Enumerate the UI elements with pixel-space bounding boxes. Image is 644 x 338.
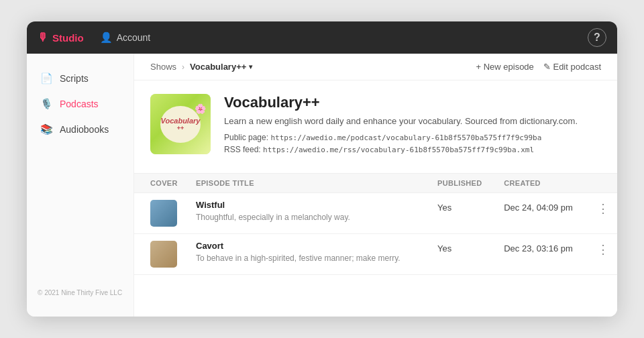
studio-label: Studio	[52, 32, 84, 44]
ep-published-cell: Yes	[429, 234, 496, 275]
episode-cover-1	[150, 241, 177, 268]
episode-title[interactable]: Wistful	[196, 200, 421, 210]
cover-flower-icon: 🌸	[195, 103, 206, 114]
sidebar-item-scripts[interactable]: 📄 Scripts	[27, 66, 133, 91]
table-header-row: COVER EPISODE TITLE PUBLISHED CREATED	[134, 174, 617, 193]
top-nav: 🎙 Studio 👤 Account ?	[27, 21, 617, 54]
episode-title[interactable]: Cavort	[196, 241, 421, 251]
table-row: Wistful Thoughtful, especially in a mela…	[134, 193, 617, 234]
help-button[interactable]: ?	[588, 28, 606, 47]
podcast-title: Vocabulary++	[224, 94, 601, 111]
footer-text: © 2021 Nine Thirty Five LLC	[38, 289, 122, 296]
rss-feed-url[interactable]: https://awedio.me/rss/vocabulary-61b8f55…	[263, 146, 534, 154]
sidebar-footer: © 2021 Nine Thirty Five LLC	[27, 281, 133, 304]
episode-created: Dec 24, 04:09 pm	[504, 200, 581, 213]
public-page-label: Public page:	[224, 133, 268, 142]
account-nav-item[interactable]: 👤 Account	[100, 32, 151, 44]
episode-description: Thoughtful, especially in a melancholy w…	[196, 212, 421, 223]
main-layout: 📄 Scripts 🎙️ Podcasts 📚 Audiobooks © 202…	[27, 54, 617, 317]
col-cover: COVER	[134, 174, 188, 193]
rss-feed-row: RSS feed: https://awedio.me/rss/vocabula…	[224, 145, 601, 154]
app-window: 🎙 Studio 👤 Account ? 📄 Scripts 🎙️ Podcas…	[27, 21, 617, 317]
public-page-url[interactable]: https://awedio.me/podcast/vocabulary-61b…	[270, 133, 541, 142]
episode-menu-button[interactable]: ⋮	[597, 200, 609, 216]
podcasts-icon: 🎙️	[40, 98, 53, 110]
rss-feed-label: RSS feed:	[224, 145, 261, 154]
scripts-icon: 📄	[40, 72, 53, 84]
cover-vocab-text: Vocabulary	[161, 117, 201, 125]
sidebar-podcasts-label: Podcasts	[60, 99, 99, 109]
sidebar-audiobooks-label: Audiobooks	[60, 124, 109, 135]
sidebar: 📄 Scripts 🎙️ Podcasts 📚 Audiobooks © 202…	[27, 54, 134, 317]
podcast-description: Learn a new english word daily and enhan…	[224, 115, 601, 127]
cover-plus-text: ++	[177, 125, 184, 131]
breadcrumb: Shows › Vocabulary++ ▾ + New episode ✎ E…	[134, 54, 617, 80]
episode-cover-0	[150, 200, 177, 227]
chevron-down-icon: ▾	[249, 63, 252, 70]
sidebar-scripts-label: Scripts	[60, 73, 89, 84]
audiobooks-icon: 📚	[40, 123, 53, 135]
edit-podcast-button[interactable]: ✎ Edit podcast	[543, 62, 601, 72]
episode-published: Yes	[437, 200, 488, 213]
episode-published: Yes	[437, 241, 488, 253]
episode-description: To behave in a high-spirited, festive ma…	[196, 253, 421, 264]
table-row: Cavort To behave in a high-spirited, fes…	[134, 234, 617, 275]
studio-nav-item[interactable]: 🎙 Studio	[38, 32, 84, 44]
col-episode-title: EPISODE TITLE	[188, 174, 429, 193]
breadcrumb-separator: ›	[182, 62, 184, 72]
ep-created-cell: Dec 23, 03:16 pm	[496, 234, 589, 275]
account-label: Account	[117, 32, 151, 43]
ep-menu-cell[interactable]: ⋮	[589, 234, 617, 275]
episodes-table: COVER EPISODE TITLE PUBLISHED CREATED Wi…	[134, 173, 617, 275]
new-episode-button[interactable]: + New episode	[476, 62, 533, 72]
ep-title-cell: Cavort To behave in a high-spirited, fes…	[188, 234, 429, 275]
col-created: CREATED	[496, 174, 589, 193]
breadcrumb-actions: + New episode ✎ Edit podcast	[476, 62, 601, 72]
col-published: PUBLISHED	[429, 174, 496, 193]
col-actions	[589, 174, 617, 193]
podcast-header: Vocabulary ++ 🌸 Vocabulary++ Learn a new…	[134, 80, 617, 170]
breadcrumb-current[interactable]: Vocabulary++ ▾	[190, 62, 252, 72]
ep-title-cell: Wistful Thoughtful, especially in a mela…	[188, 193, 429, 234]
ep-menu-cell[interactable]: ⋮	[589, 193, 617, 234]
podcast-cover-image: Vocabulary ++ 🌸	[150, 94, 211, 154]
public-page-row: Public page: https://awedio.me/podcast/v…	[224, 133, 601, 142]
sidebar-item-podcasts[interactable]: 🎙️ Podcasts	[27, 91, 133, 117]
podcast-info: Vocabulary++ Learn a new english word da…	[224, 94, 601, 157]
breadcrumb-current-label: Vocabulary++	[190, 62, 246, 72]
mic-icon: 🎙	[38, 32, 48, 44]
content-area: Shows › Vocabulary++ ▾ + New episode ✎ E…	[134, 54, 617, 317]
episode-created: Dec 23, 03:16 pm	[504, 241, 581, 253]
episode-menu-button[interactable]: ⋮	[597, 241, 609, 257]
ep-cover-cell	[134, 193, 188, 234]
sidebar-item-audiobooks[interactable]: 📚 Audiobooks	[27, 117, 133, 142]
breadcrumb-shows[interactable]: Shows	[150, 62, 176, 72]
ep-created-cell: Dec 24, 04:09 pm	[496, 193, 589, 234]
ep-cover-cell	[134, 234, 188, 275]
person-icon: 👤	[100, 32, 113, 44]
ep-published-cell: Yes	[429, 193, 496, 234]
